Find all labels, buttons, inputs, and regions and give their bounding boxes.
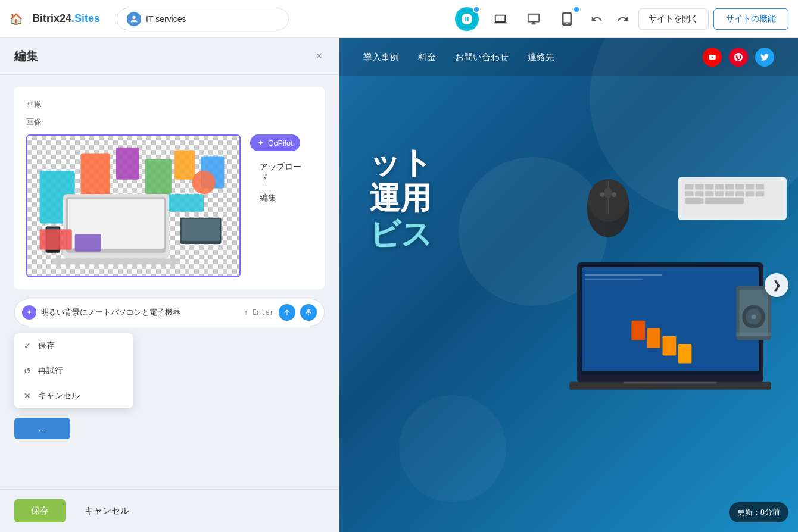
hero-line3: ビス	[369, 217, 432, 252]
edit-panel: 編集 × 画像 画像	[0, 38, 339, 532]
svg-rect-2	[81, 154, 110, 195]
hero-line1: ット	[369, 145, 432, 181]
dropdown-cancel-label: キャンセル	[38, 390, 80, 401]
undo-button[interactable]	[586, 8, 607, 30]
svg-rect-51	[624, 382, 716, 384]
svg-point-60	[751, 314, 756, 319]
copilot-tag-button[interactable]: ✦ CoPilot	[250, 134, 300, 151]
copilot-button[interactable]	[455, 7, 479, 31]
svg-point-43	[600, 192, 604, 197]
device-laptop-btn[interactable]	[488, 7, 512, 31]
ai-enter-hint: ↑ Enter	[244, 308, 274, 317]
youtube-icon[interactable]	[703, 48, 722, 67]
svg-rect-36	[755, 191, 763, 196]
panel-header: 編集 ×	[0, 38, 339, 75]
svg-rect-30	[695, 191, 703, 196]
ai-mic-button[interactable]	[300, 304, 317, 321]
svg-rect-15	[40, 229, 72, 249]
site-preview: 導入事例 料金 お問い合わせ 連絡先	[339, 38, 798, 532]
site-name-input[interactable]: IT services	[117, 8, 289, 30]
ai-prompt-bar: ✦ 明るい背景にノートパソコンと電子機器 ↑ Enter	[14, 299, 325, 326]
panel-close-button[interactable]: ×	[313, 48, 325, 65]
nav-item-price[interactable]: 料金	[418, 52, 436, 63]
svg-rect-21	[685, 184, 693, 189]
topbar-right: サイトを開く サイトの機能	[586, 8, 788, 30]
svg-rect-31	[705, 191, 713, 196]
svg-point-0	[132, 15, 135, 18]
action-blue-button[interactable]: …	[14, 418, 70, 439]
dropdown-retry-item[interactable]: ↺ 再試行	[14, 358, 133, 383]
svg-rect-37	[685, 198, 703, 204]
image-actions: ✦ CoPilot アップロード 編集	[250, 134, 313, 208]
svg-rect-35	[745, 191, 753, 196]
chevron-right-icon: ❯	[772, 278, 781, 292]
pinterest-icon[interactable]	[729, 48, 748, 67]
dropdown-cancel-item[interactable]: ✕ キャンセル	[14, 383, 133, 408]
hero-text: ット 運用 ビス	[369, 145, 432, 252]
ai-icon: ✦	[22, 305, 36, 320]
svg-rect-26	[735, 184, 743, 189]
device-tablet-btn[interactable]	[555, 7, 579, 31]
redo-button[interactable]	[612, 8, 634, 30]
svg-rect-54	[662, 336, 676, 356]
panel-title: 編集	[14, 48, 38, 64]
preview-nav: 導入事例 料金 お問い合わせ 連絡先	[339, 38, 798, 76]
svg-rect-24	[715, 184, 724, 189]
edit-button[interactable]: 編集	[250, 188, 313, 208]
svg-point-44	[612, 192, 616, 197]
save-button[interactable]: 保存	[14, 499, 66, 522]
slide-arrow-right[interactable]: ❯	[765, 273, 788, 297]
app-logo: Bitrix24.Sites	[32, 12, 100, 25]
nav-item-case[interactable]: 導入事例	[363, 52, 399, 63]
svg-rect-38	[705, 198, 744, 204]
svg-rect-22	[695, 184, 703, 189]
hero-line2: 運用	[369, 181, 432, 217]
svg-rect-34	[735, 191, 743, 196]
svg-rect-49	[585, 278, 643, 280]
svg-rect-33	[725, 191, 734, 196]
svg-rect-10	[51, 259, 180, 265]
upload-button[interactable]: アップロード	[250, 157, 313, 188]
notification-dot	[473, 6, 480, 13]
image-preview[interactable]	[26, 134, 241, 277]
svg-rect-4	[145, 159, 172, 194]
site-input-text: IT services	[146, 14, 186, 24]
cancel-icon: ✕	[24, 391, 31, 400]
dropdown-save-item[interactable]: ✓ 保存	[14, 333, 133, 358]
svg-rect-14	[182, 219, 220, 241]
topbar-center	[455, 7, 579, 31]
panel-footer: 保存 キャンセル	[0, 489, 339, 532]
update-badge: 更新：8分前	[729, 502, 788, 522]
check-icon: ✓	[24, 341, 31, 351]
svg-rect-53	[647, 328, 660, 348]
svg-rect-29	[685, 191, 693, 196]
svg-rect-32	[715, 191, 724, 196]
nav-item-contact1[interactable]: お問い合わせ	[455, 52, 509, 63]
open-site-button[interactable]: サイトを開く	[638, 8, 709, 30]
tech-illustration	[546, 76, 799, 532]
svg-rect-28	[755, 184, 763, 189]
device-monitor-btn[interactable]	[522, 7, 545, 31]
svg-rect-25	[725, 184, 734, 189]
svg-point-17	[192, 171, 215, 194]
cancel-button[interactable]: キャンセル	[73, 499, 141, 522]
home-icon[interactable]: 🏠	[10, 12, 23, 26]
ai-send-button[interactable]	[279, 304, 295, 321]
svg-rect-52	[631, 321, 645, 340]
image-section: 画像 画像	[14, 87, 325, 289]
svg-rect-3	[116, 148, 139, 180]
twitter-icon[interactable]	[755, 48, 774, 67]
tablet-notification-dot	[573, 6, 580, 13]
svg-rect-23	[705, 184, 713, 189]
svg-rect-48	[585, 274, 662, 276]
features-button[interactable]: サイトの機能	[713, 8, 788, 30]
nav-item-contact2[interactable]: 連絡先	[528, 52, 554, 63]
svg-rect-27	[745, 184, 753, 189]
image-section-title: 画像	[26, 99, 313, 109]
nav-social	[703, 48, 774, 67]
retry-icon: ↺	[24, 366, 31, 375]
ai-prompt-text[interactable]: 明るい背景にノートパソコンと電子機器	[41, 307, 239, 318]
topbar: 🏠 Bitrix24.Sites IT services	[0, 0, 798, 38]
ai-dropdown-menu: ✓ 保存 ↺ 再試行 ✕ キャンセル	[14, 333, 133, 408]
svg-rect-16	[75, 234, 101, 252]
